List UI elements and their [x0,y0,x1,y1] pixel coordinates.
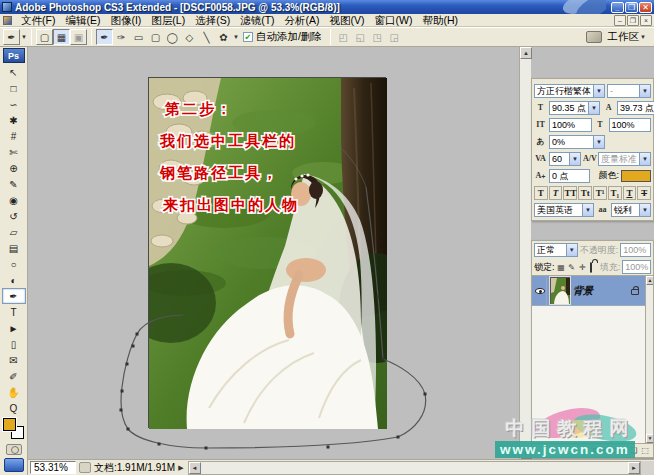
workspace-dropdown-arrow[interactable]: ▼ [640,34,646,40]
lasso-tool-icon[interactable]: ∽ [2,96,26,112]
status-menu-arrow[interactable]: ▶ [178,464,183,472]
foreground-color-swatch[interactable] [3,418,16,431]
leading-select[interactable]: 39.73 点 ▼ [617,101,654,115]
menu-help[interactable]: 帮助(H) [418,14,464,27]
doc-minimize-button[interactable]: – [614,15,626,26]
scroll-right-button[interactable]: ► [628,462,640,474]
move-tool-icon[interactable]: ↖ [2,64,26,80]
ps-logo[interactable]: Ps [3,48,25,63]
eraser-tool-icon[interactable]: ▱ [2,224,26,240]
layer-group-icon[interactable]: ❏ [630,446,637,455]
rounded-rectangle-tool-button[interactable]: ▢ [147,29,164,45]
opacity-value[interactable]: 100% [620,243,651,257]
font-family-value[interactable]: 方正行楷繁体 [534,84,593,98]
exclude-path-area-button[interactable]: ◲ [386,29,403,45]
blur-tool-icon[interactable]: ○ [2,256,26,272]
intersect-path-area-button[interactable]: ◳ [369,29,386,45]
shape-layers-mode-button[interactable]: ▢ [36,29,53,45]
lock-position-icon[interactable]: ✛ [578,263,587,272]
font-style-value[interactable]: - [607,84,639,98]
leading-value[interactable]: 39.73 点 [617,101,654,115]
type-tool-icon[interactable]: T [2,304,26,320]
font-style-select[interactable]: - ▼ [607,84,651,98]
restore-button[interactable]: ❐ [625,2,638,13]
photo-dscf0058[interactable]: 第二步： 我们选中工具栏的 钢笔路径工具， 来扣出图中的人物 [148,77,386,428]
font-style-dropdown-arrow[interactable]: ▼ [639,84,651,98]
auto-add-delete-option[interactable]: ✔ 自动添加/删除 [243,30,322,44]
horizontal-scale-value[interactable]: 100% [609,118,652,132]
notes-tool-icon[interactable]: ✉ [2,352,26,368]
zoom-level-field[interactable]: 53.31% [30,461,76,474]
font-size-dropdown-arrow[interactable]: ▼ [588,101,600,115]
minimize-button[interactable]: _ [611,2,624,13]
gradient-tool-icon[interactable]: ▤ [2,240,26,256]
auto-add-delete-checkbox[interactable]: ✔ [243,32,253,42]
pen-tool-button[interactable]: ✒ [96,29,113,45]
scroll-left-button[interactable]: ◄ [189,462,201,474]
shape-tool-icon[interactable]: ▯ [2,336,26,352]
superscript-button[interactable]: T¹ [593,186,607,200]
bridge-icon[interactable] [586,31,602,43]
menu-image[interactable]: 图像(I) [105,14,146,27]
language-select[interactable]: 美国英语 ▼ [534,203,594,217]
language-value[interactable]: 美国英语 [534,203,582,217]
small-caps-button[interactable]: Tt [578,186,592,200]
slice-tool-icon[interactable]: ✄ [2,144,26,160]
proportional-spacing-value[interactable]: 0% [549,135,593,149]
kerning-select[interactable]: 度量标准 ▼ [598,152,651,166]
eyedropper-tool-icon[interactable]: ✐ [2,368,26,384]
menu-layer[interactable]: 图层(L) [146,14,190,27]
kerning-value[interactable]: 度量标准 [598,152,639,166]
anti-alias-value[interactable]: 锐利 [611,203,639,217]
menu-edit[interactable]: 编辑(E) [60,14,105,27]
doc-close-button[interactable]: × [640,15,652,26]
faux-bold-button[interactable]: T [534,186,548,200]
layer-name[interactable]: 背景 [573,284,628,298]
baseline-shift-value[interactable]: 0 点 [549,169,590,183]
tracking-dropdown-arrow[interactable]: ▼ [569,152,581,166]
lock-pixels-icon[interactable]: ✎ [567,263,576,272]
link-layers-icon[interactable]: ⧉ [593,446,599,456]
faux-italic-button[interactable]: T [549,186,563,200]
adjustment-layer-icon[interactable]: ◑ [621,446,626,455]
layer-style-icon[interactable]: fx [602,446,608,455]
hand-tool-icon[interactable]: ✋ [2,384,26,400]
quick-selection-tool-icon[interactable]: ✱ [2,112,26,128]
close-button[interactable]: ✕ [639,2,652,13]
font-size-select[interactable]: 90.35 点 ▼ [549,101,600,115]
rectangle-tool-button[interactable]: ▭ [130,29,147,45]
marquee-tool-icon[interactable]: □ [2,80,26,96]
tool-preset-dropdown-arrow[interactable]: ▼ [21,34,27,40]
vertical-scrollbar[interactable]: ▲ ▼ [519,47,531,459]
font-size-value[interactable]: 90.35 点 [549,101,588,115]
font-family-select[interactable]: 方正行楷繁体 ▼ [534,84,605,98]
text-color-swatch[interactable] [621,170,651,182]
blend-mode-dropdown-arrow[interactable]: ▼ [566,243,578,257]
vertical-scale-value[interactable]: 100% [549,118,592,132]
tracking-value[interactable]: 60 [549,152,569,166]
kerning-dropdown-arrow[interactable]: ▼ [639,152,651,166]
path-selection-tool-icon[interactable]: ► [2,320,26,336]
proportional-dropdown-arrow[interactable]: ▼ [593,135,605,149]
menu-select[interactable]: 选择(S) [190,14,235,27]
fill-value[interactable]: 100% [622,260,651,274]
lock-transparency-icon[interactable]: ▦ [557,263,566,272]
paths-mode-button[interactable]: ▦ [53,29,70,45]
zoom-tool-icon[interactable]: Q [2,400,26,416]
blend-mode-value[interactable]: 正常 [534,243,566,257]
lock-all-icon[interactable] [589,263,598,272]
shape-options-dropdown-arrow[interactable]: ▼ [233,34,239,40]
font-family-dropdown-arrow[interactable]: ▼ [593,84,605,98]
layer-list-scrollbar[interactable]: ▲ ▼ [645,276,653,443]
menu-analysis[interactable]: 分析(A) [280,14,325,27]
subtract-path-area-button[interactable]: ◱ [352,29,369,45]
tracking-select[interactable]: 60 ▼ [549,152,581,166]
resize-grip[interactable] [641,461,654,475]
add-path-area-button[interactable]: ◰ [335,29,352,45]
underline-button[interactable]: T [623,186,637,200]
menu-filter[interactable]: 滤镜(T) [235,14,279,27]
tool-preset-pen-icon[interactable]: ✒ [3,29,20,45]
custom-shape-tool-button[interactable]: ✿ [215,29,232,45]
horizontal-scrollbar[interactable]: ◄ ► [188,461,641,475]
clone-stamp-tool-icon[interactable]: ◉ [2,192,26,208]
